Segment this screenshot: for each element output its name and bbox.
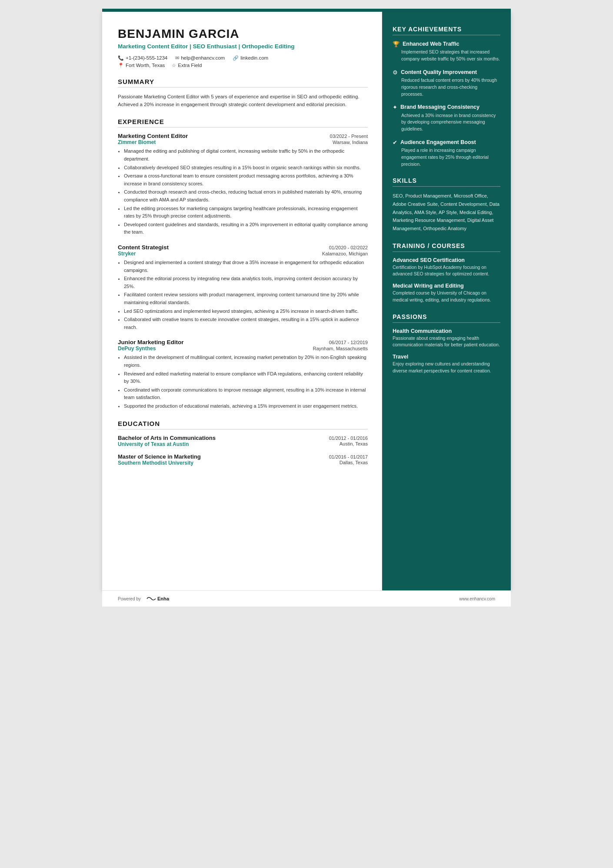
job-company-2: Stryker [118,251,136,257]
bullet: Designed and implemented a content strat… [124,259,368,274]
job-bullets-2: Designed and implemented a content strat… [118,259,368,331]
check-icon: ✔ [393,139,397,146]
linkedin-item: 🔗 linkedin.com [233,55,268,61]
bullet: Coordinated with corporate communication… [124,386,368,402]
job-header-3: Junior Marketing Editor 06/2017 - 12/201… [118,339,368,345]
location-text: Fort Worth, Texas [126,63,165,68]
candidate-name: BENJAMIN GARCIA [118,27,368,41]
training-course-2: Medical Writing and Editing [393,283,500,289]
star-achievement-icon: ✦ [393,104,397,111]
achievement-desc-1: Implemented SEO strategies that increase… [393,49,500,63]
job-title-3: Junior Marketing Editor [118,339,184,345]
star-icon: ☆ [172,63,176,68]
svg-text:Enhancv: Enhancv [157,596,170,601]
training-desc-1: Certification by HubSpot Academy focusin… [393,264,500,278]
summary-title: SUMMARY [118,78,368,87]
experience-title: EXPERIENCE [118,118,368,127]
achievement-header-3: ✦ Brand Messaging Consistency [393,104,500,111]
bullet: Managed the editing and publishing of di… [124,147,368,163]
right-column: KEY ACHIEVEMENTS 🏆 Enhanced Web Traffic … [382,12,511,590]
summary-section: SUMMARY Passionate Marketing Content Edi… [118,78,368,109]
edu-school-1: University of Texas at Austin [118,441,189,447]
job-title-2: Content Strategist [118,244,169,251]
passion-desc-2: Enjoy exploring new cultures and underst… [393,361,500,375]
achievement-header-2: ⚙ Content Quality Improvement [393,69,500,76]
job-bullets-3: Assisted in the development of multiling… [118,354,368,410]
job-company-row-2: Stryker Kalamazoo, Michigan [118,251,368,257]
header-section: BENJAMIN GARCIA Marketing Content Editor… [118,27,368,68]
bullet: Conducted thorough research and cross-ch… [124,188,368,204]
edu-entry-1: Bachelor of Arts in Communications 01/20… [118,435,368,447]
achievement-item-1: 🏆 Enhanced Web Traffic Implemented SEO s… [393,40,500,63]
skills-title: SKILLS [393,177,500,187]
passion-name-1: Health Communication [393,328,500,334]
bullet: Developed content guidelines and standar… [124,221,368,236]
achievement-desc-4: Played a role in increasing campaign eng… [393,147,500,168]
extra-text: Extra Field [178,63,202,68]
achievement-title-1: Enhanced Web Traffic [403,40,459,47]
achievement-header-1: 🏆 Enhanced Web Traffic [393,40,500,47]
job-location-3: Raynham, Massachusetts [313,346,368,351]
education-title: EDUCATION [118,420,368,429]
bullet: Reviewed and edited marketing material t… [124,370,368,385]
email-item: ✉ help@enhancv.com [175,55,225,61]
phone-text: +1-(234)-555-1234 [126,55,167,60]
achievement-title-4: Audience Engagement Boost [400,139,476,146]
job-header-1: Marketing Content Editor 03/2022 - Prese… [118,133,368,139]
job-header-2: Content Strategist 01/2020 - 02/2022 [118,244,368,251]
passion-item-1: Health Communication Passionate about cr… [393,328,500,349]
linkedin-text: linkedin.com [240,55,268,60]
training-item-2: Medical Writing and Editing Completed co… [393,283,500,304]
skills-text: SEO, Product Management, Microsoft Offic… [393,192,500,232]
achievement-item-3: ✦ Brand Messaging Consistency Achieved a… [393,104,500,133]
bullet: Enhanced the editorial process by integr… [124,275,368,290]
top-accent-bar [102,9,511,12]
bullet: Assisted in the development of multiling… [124,354,368,369]
passions-title: PASSIONS [393,313,500,323]
achievements-title: KEY ACHIEVEMENTS [393,26,500,35]
extra-item: ☆ Extra Field [172,63,202,68]
summary-text: Passionate Marketing Content Editor with… [118,93,368,109]
bullet: Oversaw a cross-functional team to ensur… [124,172,368,188]
job-company-1: Zimmer Biomet [118,139,156,145]
job-entry-2: Content Strategist 01/2020 - 02/2022 Str… [118,244,368,331]
phone-icon: 📞 [118,55,124,61]
job-company-row-1: Zimmer Biomet Warsaw, Indiana [118,139,368,145]
job-date-1: 03/2022 - Present [330,134,368,139]
edu-degree-2: Master of Science in Marketing [118,453,201,460]
training-item-1: Advanced SEO Certification Certification… [393,257,500,278]
bullet: Led SEO optimizations and implemented ke… [124,308,368,315]
linkedin-icon: 🔗 [233,55,239,61]
passion-item-2: Travel Enjoy exploring new cultures and … [393,354,500,375]
edu-header-1: Bachelor of Arts in Communications 01/20… [118,435,368,441]
training-course-1: Advanced SEO Certification [393,257,500,263]
achievement-item-4: ✔ Audience Engagement Boost Played a rol… [393,139,500,168]
edu-degree-1: Bachelor of Arts in Communications [118,435,216,441]
bullet: Led the editing processes for marketing … [124,205,368,220]
passion-desc-1: Passionate about creating engaging healt… [393,335,500,349]
job-company-row-3: DePuy Synthes Raynham, Massachusetts [118,345,368,352]
job-entry-1: Marketing Content Editor 03/2022 - Prese… [118,133,368,236]
training-desc-2: Completed course by University of Chicag… [393,290,500,304]
passions-section: PASSIONS Health Communication Passionate… [393,313,500,375]
bullet: Collaborated with creative teams to exec… [124,316,368,331]
phone-item: 📞 +1-(234)-555-1234 [118,55,167,61]
job-location-1: Warsaw, Indiana [333,140,368,145]
email-icon: ✉ [175,55,179,61]
training-section: TRAINING / COURSES Advanced SEO Certific… [393,242,500,304]
achievements-section: KEY ACHIEVEMENTS 🏆 Enhanced Web Traffic … [393,26,500,168]
job-date-3: 06/2017 - 12/2019 [329,340,368,345]
education-section: EDUCATION Bachelor of Arts in Communicat… [118,420,368,466]
achievement-title-2: Content Quality Improvement [401,69,477,76]
achievement-desc-3: Achieved a 30% increase in brand consist… [393,112,500,133]
footer-url: www.enhancv.com [459,597,495,601]
bullet: Supported the production of educational … [124,402,368,410]
job-company-3: DePuy Synthes [118,345,156,352]
location-icon: 📍 [118,63,124,68]
edu-header-2: Master of Science in Marketing 01/2016 -… [118,453,368,460]
edu-location-1: Austin, Texas [340,441,368,447]
skills-section: SKILLS SEO, Product Management, Microsof… [393,177,500,232]
job-bullets-1: Managed the editing and publishing of di… [118,147,368,236]
passion-name-2: Travel [393,354,500,360]
edu-location-2: Dallas, Texas [340,460,368,466]
